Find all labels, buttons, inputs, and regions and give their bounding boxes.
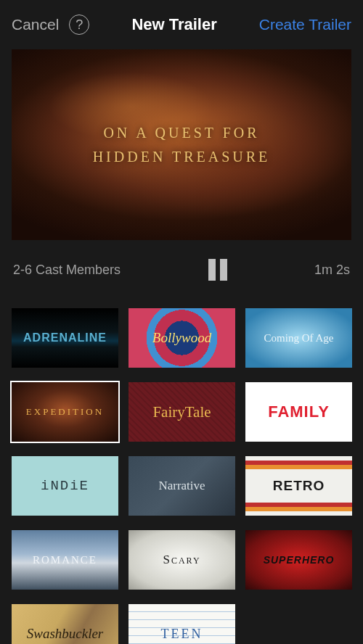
pause-button[interactable]: [208, 259, 227, 281]
theme-label: SUPERHERO: [264, 554, 335, 566]
theme-superhero[interactable]: SUPERHERO: [245, 530, 352, 590]
theme-label: Swashbuckler: [27, 626, 104, 642]
page-title: New Trailer: [131, 15, 216, 34]
theme-teen[interactable]: Teen: [129, 604, 235, 644]
trailer-preview[interactable]: ON A QUEST FOR HIDDEN TREASURE: [12, 49, 351, 240]
theme-bollywood[interactable]: Bollywood: [129, 308, 235, 368]
theme-comingofage[interactable]: Coming Of Age: [245, 308, 352, 368]
preview-title-text: ON A QUEST FOR HIDDEN TREASURE: [93, 125, 271, 165]
theme-narrative[interactable]: Narrative: [129, 456, 235, 516]
theme-swashbuckler[interactable]: Swashbuckler: [12, 604, 118, 644]
help-icon[interactable]: ?: [69, 15, 89, 35]
info-row: 2-6 Cast Members 1m 2s: [0, 240, 363, 300]
theme-indie[interactable]: iNDiE: [12, 456, 118, 516]
theme-label: Adrenaline: [23, 331, 107, 344]
theme-fairytale[interactable]: FairyTale: [129, 382, 235, 442]
pause-icon: [208, 259, 216, 281]
pause-icon: [220, 259, 227, 281]
duration-label: 1m 2s: [314, 263, 350, 278]
cast-members-label: 2-6 Cast Members: [13, 263, 121, 278]
theme-label: ROMANCE: [33, 554, 97, 566]
theme-grid: AdrenalineBollywoodComing Of AgeEXPEDITI…: [0, 300, 363, 644]
theme-label: Coming Of Age: [264, 332, 334, 344]
theme-label: FairyTale: [152, 403, 211, 421]
theme-label: Bollywood: [152, 330, 211, 346]
theme-expedition[interactable]: EXPEDITION: [12, 382, 118, 442]
theme-label: Teen: [161, 627, 203, 642]
preview-line-1: ON A QUEST FOR: [93, 125, 271, 141]
create-trailer-button[interactable]: Create Trailer: [259, 16, 351, 33]
theme-adrenaline[interactable]: Adrenaline: [12, 308, 118, 368]
header: Cancel ? New Trailer Create Trailer: [0, 0, 363, 49]
theme-label: iNDiE: [41, 478, 89, 494]
header-left: Cancel ?: [12, 15, 89, 35]
preview-line-2: HIDDEN TREASURE: [93, 149, 271, 165]
theme-family[interactable]: FAMILY: [245, 382, 352, 442]
cancel-button[interactable]: Cancel: [12, 16, 59, 33]
theme-label: Narrative: [158, 479, 205, 493]
theme-label: RETRO: [269, 478, 330, 494]
theme-label: FAMILY: [268, 402, 330, 421]
theme-retro[interactable]: RETRO: [245, 456, 352, 516]
theme-romance[interactable]: ROMANCE: [12, 530, 118, 590]
theme-label: EXPEDITION: [26, 406, 104, 418]
theme-scary[interactable]: Scary: [129, 530, 235, 590]
theme-label: Scary: [163, 553, 200, 567]
